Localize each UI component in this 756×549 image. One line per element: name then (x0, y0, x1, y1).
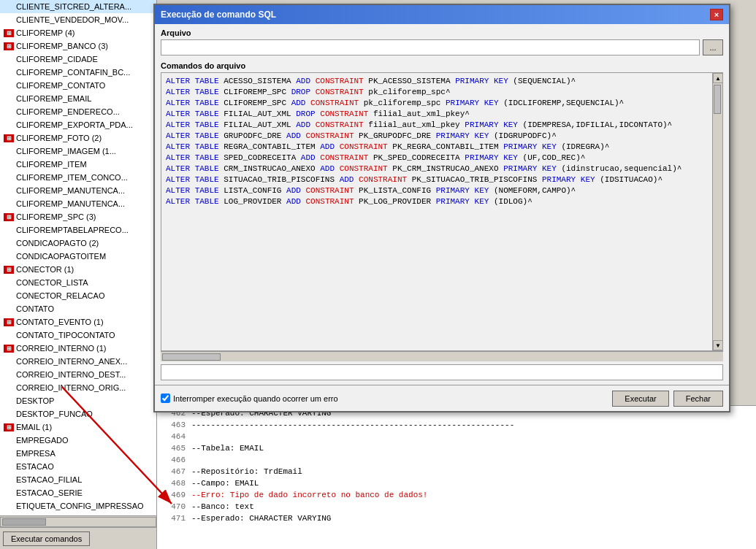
tree-item[interactable]: ⊞CLIFOREMP_FOTO (2) (0, 131, 156, 145)
tree-item-label: CONDICAOPAGTOITEM (16, 252, 106, 261)
dialog-close-button[interactable]: × (710, 9, 723, 20)
tree-item[interactable]: CLIFOREMP_MANUTENCA... (0, 197, 156, 210)
log-line: 466 (160, 454, 753, 466)
tree-item[interactable]: ⊞CORREIO_INTERNO (1) (0, 342, 156, 355)
table-icon: ⊞ (4, 29, 14, 37)
scroll-up-button[interactable]: ▲ (713, 73, 723, 83)
tree-item[interactable]: CONECTOR_LISTA (0, 276, 156, 289)
log-line-number: 463 (160, 419, 186, 431)
tree-list[interactable]: CLIENTE_SITCRED_ALTERA...CLIENTE_VENDEDO… (0, 0, 156, 515)
bottom-bar: Executar comandos (0, 527, 156, 549)
interrupt-checkbox[interactable] (161, 393, 170, 403)
tree-item[interactable]: CLIFOREMP_CONTATO (0, 79, 156, 92)
tree-item[interactable]: CONDICAOPAGTO (2) (0, 237, 156, 250)
dialog-body: Arquivo ... Comandos do arquivo ALTER TA… (155, 24, 729, 385)
tree-item[interactable]: ⊞EMAIL (1) (0, 421, 156, 434)
tree-item[interactable]: ⊞CONTATO_EVENTO (1) (0, 315, 156, 329)
tree-item[interactable]: CLIFOREMP_CONTAFIN_BC... (0, 66, 156, 79)
tree-item-label: CLIFOREMP_ITEM_CONCO... (16, 173, 128, 182)
sql-dialog: Execução de comando SQL × Arquivo ... Co… (153, 4, 730, 412)
table-icon: ⊞ (4, 266, 14, 274)
tree-item[interactable]: CLIENTE_VENDEDOR_MOV... (0, 13, 156, 26)
file-section-label: Arquivo (161, 28, 723, 37)
tree-item-label: CLIFOREMP_IMAGEM (1... (16, 147, 116, 156)
tree-item[interactable]: ESTACAO_SERIE (0, 486, 156, 499)
tree-item[interactable]: ESTACAO (0, 460, 156, 473)
log-line-number: 467 (160, 466, 186, 477)
log-line-text: --Tabela: EMAIL (191, 442, 264, 454)
log-line: 465--Tabela: EMAIL (160, 442, 753, 454)
tree-item[interactable]: CLIFOREMP_ITEM (0, 158, 156, 171)
tree-item[interactable]: DESKTOP (0, 394, 156, 407)
h-scroll-track[interactable] (161, 353, 723, 361)
tree-item[interactable]: CONDICAOPAGTOITEM (0, 250, 156, 263)
tree-item-label: CONECTOR_RELACAO (16, 291, 104, 300)
tree-item-label: ESTACAO_FILIAL (16, 475, 82, 484)
tree-item[interactable]: EMPRESA (0, 447, 156, 460)
tree-item-label: ETIQUETA_CONFIG_IMPRESSAO (16, 502, 144, 510)
tree-item-label: CLIFOREMP_SPC (3) (16, 212, 96, 221)
tree-item[interactable]: CONECTOR_RELACAO (0, 289, 156, 302)
log-area: 462--Esperado: CHARACTER VARYING463-----… (157, 405, 756, 549)
scroll-thumb[interactable] (714, 85, 721, 114)
h-scroll-thumb[interactable] (162, 353, 221, 361)
sql-editor: ALTER TABLE ACESSO_SISTEMA ADD CONSTRAIN… (161, 72, 723, 351)
tree-item[interactable]: CORREIO_INTERNO_DEST... (0, 368, 156, 381)
sql-content[interactable]: ALTER TABLE ACESSO_SISTEMA ADD CONSTRAIN… (161, 73, 712, 350)
tree-item-label: CONECTOR (1) (16, 265, 74, 274)
sql-line: ALTER TABLE CLIFOREMP_SPC ADD CONSTRAINT… (164, 98, 709, 109)
tree-item[interactable]: ⊞CLIFOREMP_SPC (3) (0, 210, 156, 223)
tree-item-label: CLIFOREMP_CONTAFIN_BC... (16, 68, 130, 77)
scroll-track[interactable] (713, 83, 722, 340)
tree-item[interactable]: CLIFOREMP_IMAGEM (1... (0, 145, 156, 158)
dialog-title: Execução de comando SQL (161, 9, 276, 20)
file-browse-button[interactable]: ... (703, 39, 723, 55)
tree-item[interactable]: ⊞CONECTOR (1) (0, 263, 156, 276)
tree-item[interactable]: CLIFOREMP_EXPORTA_PDA... (0, 118, 156, 131)
tree-item[interactable]: CLIFOREMP_ENDERECO... (0, 105, 156, 118)
log-content[interactable]: 462--Esperado: CHARACTER VARYING463-----… (157, 406, 756, 549)
commands-section-label: Comandos do arquivo (161, 61, 723, 70)
checkbox-row: Interromper execução quando ocorrer um e… (161, 393, 606, 403)
h-scrollbar-thumb[interactable] (2, 518, 46, 526)
tree-item[interactable]: DESKTOP_FUNCAO (0, 407, 156, 421)
sql-line: ALTER TABLE LISTA_CONFIG ADD CONSTRAINT … (164, 185, 709, 196)
table-icon: ⊞ (4, 345, 14, 353)
log-line-text: --Campo: EMAIL (191, 477, 259, 489)
tree-item[interactable]: CLIENTE_SITCRED_ALTERA... (0, 0, 156, 13)
h-scrollbar-track[interactable] (0, 517, 156, 527)
tree-item[interactable]: CLIFOREMP_EMAIL (0, 92, 156, 105)
tree-item[interactable]: CONTATO (0, 302, 156, 315)
tree-item[interactable]: CORREIO_INTERNO_ORIG... (0, 381, 156, 394)
tree-item[interactable]: CLIFOREMP_ITEM_CONCO... (0, 171, 156, 184)
dialog-titlebar: Execução de comando SQL × (155, 5, 729, 24)
tree-item[interactable]: CONTATO_TIPOCONTATO (0, 329, 156, 342)
tree-item-label: EMPRESA (16, 449, 56, 458)
horizontal-scrollbar[interactable] (0, 515, 156, 527)
tree-item-label: CONECTOR_LISTA (16, 278, 88, 287)
commands-section: ALTER TABLE ACESSO_SISTEMA ADD CONSTRAIN… (161, 72, 723, 361)
scroll-down-button[interactable]: ▼ (713, 340, 723, 350)
tree-item-label: EMAIL (1) (16, 423, 52, 431)
tree-item-label: CORREIO_INTERNO_ORIG... (16, 383, 126, 392)
tree-item[interactable]: ⊞CLIFOREMP_BANCO (3) (0, 39, 156, 53)
tree-item[interactable]: EMPREGADO (0, 434, 156, 447)
table-icon: ⊞ (4, 213, 14, 221)
sql-line: ALTER TABLE SPED_CODRECEITA ADD CONSTRAI… (164, 153, 709, 164)
horizontal-scroll-bar[interactable] (161, 351, 723, 361)
execute-commands-button[interactable]: Executar comandos (3, 531, 90, 546)
tree-item[interactable]: CLIFOREMPTABELAPRECO... (0, 223, 156, 237)
fechar-button[interactable]: Fechar (673, 391, 723, 407)
log-line: 467--Repositório: TrdEmail (160, 466, 753, 477)
tree-item[interactable]: ETIQUETA_CONFIG_IMPRESSAO (0, 499, 156, 512)
execute-button[interactable]: Executar (612, 391, 668, 407)
tree-item[interactable]: CORREIO_INTERNO_ANEX... (0, 355, 156, 368)
sql-single-line-input[interactable] (161, 364, 723, 380)
tree-item-label: CLIFOREMP_ITEM (16, 160, 87, 169)
tree-item[interactable]: CLIFOREMP_CIDADE (0, 53, 156, 66)
tree-item[interactable]: ESTACAO_FILIAL (0, 473, 156, 486)
file-input[interactable] (161, 39, 700, 55)
vertical-scrollbar[interactable]: ▲ ▼ (712, 73, 722, 350)
tree-item[interactable]: CLIFOREMP_MANUTENCA... (0, 184, 156, 197)
tree-item[interactable]: ⊞CLIFOREMP (4) (0, 26, 156, 39)
